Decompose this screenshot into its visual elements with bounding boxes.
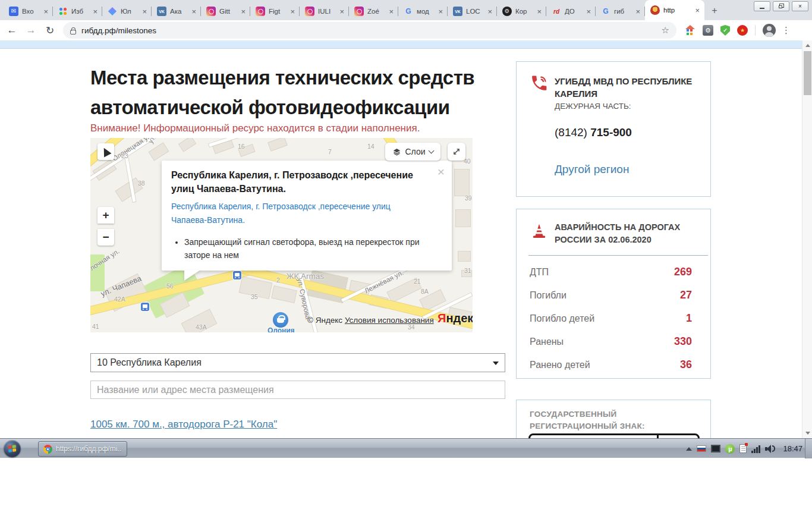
bus-stop-icon[interactable] bbox=[141, 303, 149, 311]
tab-close-icon[interactable]: × bbox=[338, 7, 345, 16]
tab-close-icon[interactable]: × bbox=[536, 7, 543, 16]
tab-close-icon[interactable]: × bbox=[694, 6, 701, 15]
other-region-link[interactable]: Другой регион bbox=[555, 163, 629, 176]
profile-avatar[interactable] bbox=[763, 24, 776, 37]
stat-label: Погибло детей bbox=[530, 313, 594, 324]
url-text[interactable]: гибдд.рф/milestones bbox=[81, 26, 662, 35]
popup-location-link[interactable]: Республика Карелия, г. Петрозаводск ,пер… bbox=[171, 200, 421, 227]
page-scrollbar[interactable] bbox=[802, 40, 812, 438]
tab-close-icon[interactable]: × bbox=[388, 7, 395, 16]
layers-icon bbox=[392, 147, 401, 156]
bookmarks-extension-icon[interactable] bbox=[685, 25, 695, 36]
plate-check-box: ГОСУДАРСТВЕННЫЙ РЕГИСТРАЦИОННЫЙ ЗНАК: bbox=[516, 400, 711, 438]
tab-close-icon[interactable]: × bbox=[92, 7, 99, 16]
browser-tab[interactable]: гиб× bbox=[596, 2, 645, 20]
minimize-button[interactable] bbox=[754, 1, 770, 11]
settings-extension-icon[interactable] bbox=[703, 25, 713, 36]
popup-tail bbox=[184, 270, 200, 281]
back-button[interactable]: ← bbox=[5, 23, 19, 37]
browser-tab[interactable]: Кор× bbox=[497, 2, 546, 20]
forward-button[interactable]: → bbox=[24, 23, 38, 37]
volume-icon[interactable] bbox=[765, 444, 776, 453]
browser-tab[interactable]: Figt× bbox=[250, 2, 300, 20]
browser-tab[interactable]: IULI× bbox=[300, 2, 349, 20]
close-button[interactable]: × bbox=[792, 1, 808, 11]
map-label: 23 bbox=[121, 152, 128, 159]
scrollbar-up-arrow[interactable] bbox=[802, 40, 812, 51]
yandex-logo[interactable]: Яндекс bbox=[438, 312, 473, 325]
address-bar[interactable]: гибдд.рф/milestones ☆ bbox=[63, 22, 676, 39]
tab-close-icon[interactable]: × bbox=[634, 7, 641, 16]
browser-tab[interactable]: Zoé× bbox=[349, 2, 398, 20]
red-gold-extension-icon[interactable] bbox=[737, 25, 748, 36]
map-label: 21 bbox=[414, 278, 421, 285]
vk-icon bbox=[157, 7, 166, 16]
tab-title: гиб bbox=[614, 8, 632, 15]
browser-tab[interactable]: мод× bbox=[398, 2, 448, 20]
bookmark-star-icon[interactable]: ☆ bbox=[662, 25, 669, 36]
window-controls: × bbox=[754, 1, 808, 11]
contact-box: УГИБДД МВД ПО РЕСПУБЛИКЕ КАРЕЛИЯ ДЕЖУРНА… bbox=[516, 61, 711, 197]
page-title: Места размещения технических средств авт… bbox=[90, 63, 506, 122]
map-label: 31 bbox=[464, 267, 471, 274]
map-zoom-out-button[interactable]: − bbox=[97, 229, 114, 246]
map-label: 38 bbox=[138, 180, 145, 187]
utorrent-icon[interactable]: µ bbox=[725, 444, 735, 454]
network-signal-icon[interactable] bbox=[751, 445, 760, 453]
show-desktop-button[interactable] bbox=[805, 439, 812, 458]
scrollbar-thumb[interactable] bbox=[804, 51, 811, 95]
browser-tab[interactable]: Gitt× bbox=[201, 2, 250, 20]
browser-menu-icon[interactable]: ⋮ bbox=[782, 25, 791, 36]
lock-icon[interactable] bbox=[70, 30, 76, 34]
region-select[interactable]: 10 Республика Карелия bbox=[90, 353, 505, 372]
map-zoom-in-button[interactable]: + bbox=[97, 207, 114, 224]
browser-tab[interactable]: Юл× bbox=[102, 2, 152, 20]
license-plate-input[interactable] bbox=[528, 433, 700, 438]
copyright-text: © Яндекс bbox=[307, 316, 342, 325]
tab-close-icon[interactable]: × bbox=[190, 7, 197, 16]
map-layers-button[interactable]: Слои bbox=[385, 143, 440, 161]
accidents-rows: ДТП269Погибли27Погибло детей1Ранены330Ра… bbox=[517, 260, 712, 376]
map-building bbox=[454, 169, 470, 196]
store-poi-icon[interactable] bbox=[273, 312, 288, 328]
map-label: 56 bbox=[166, 282, 174, 290]
tray-expand-icon[interactable] bbox=[686, 447, 692, 451]
browser-tab[interactable]: LOC× bbox=[448, 2, 497, 20]
bus-stop-icon[interactable] bbox=[233, 271, 241, 279]
browser-tab[interactable]: Ака× bbox=[152, 2, 201, 20]
tab-close-icon[interactable]: × bbox=[289, 7, 296, 16]
tab-close-icon[interactable]: × bbox=[240, 7, 247, 16]
gear-icon bbox=[502, 7, 512, 16]
browser-tab[interactable]: Вхо× bbox=[4, 2, 53, 20]
scrollbar-down-arrow[interactable] bbox=[802, 428, 812, 438]
notes-tray-icon[interactable] bbox=[739, 444, 747, 453]
reload-button[interactable]: ↻ bbox=[43, 23, 57, 37]
search-input[interactable] bbox=[90, 381, 505, 399]
new-tab-button[interactable]: + bbox=[707, 3, 722, 18]
tab-title: Figt bbox=[269, 8, 287, 15]
milestone-result-link[interactable]: 1005 км. 700 м., автодорога Р-21 "Кола" bbox=[90, 419, 277, 430]
contact-subtitle: ДЕЖУРНАЯ ЧАСТЬ: bbox=[555, 102, 631, 111]
tab-close-icon[interactable]: × bbox=[585, 7, 592, 16]
tab-title: Изб bbox=[71, 8, 90, 15]
tab-close-icon[interactable]: × bbox=[437, 7, 444, 16]
map-label: 14 bbox=[367, 143, 374, 150]
keyboard-layout-flag-icon[interactable] bbox=[697, 445, 706, 452]
browser-tab[interactable]: Изб× bbox=[53, 2, 102, 20]
taskbar-clock[interactable]: 18:47 bbox=[783, 444, 802, 453]
tab-close-icon[interactable]: × bbox=[486, 7, 493, 16]
display-tray-icon[interactable] bbox=[711, 445, 720, 452]
tab-close-icon[interactable]: × bbox=[42, 7, 49, 16]
geolocation-button[interactable] bbox=[97, 143, 114, 160]
browser-tab[interactable]: http× bbox=[645, 0, 704, 20]
adblock-shield-icon[interactable] bbox=[720, 25, 730, 36]
taskbar-browser-button[interactable]: https://гибдд.рф/mi... bbox=[38, 441, 127, 457]
yandex-map[interactable]: Олонецкая ул.утинаул.ул. Чапаевалочная у… bbox=[90, 138, 473, 332]
terms-link[interactable]: Условия использования bbox=[345, 316, 434, 325]
start-button[interactable] bbox=[4, 440, 21, 457]
restore-button[interactable] bbox=[773, 1, 789, 11]
popup-close-icon[interactable]: × bbox=[438, 165, 445, 178]
tab-close-icon[interactable]: × bbox=[141, 7, 148, 16]
browser-tab[interactable]: ДО× bbox=[546, 2, 596, 20]
map-fullscreen-button[interactable] bbox=[448, 143, 465, 161]
